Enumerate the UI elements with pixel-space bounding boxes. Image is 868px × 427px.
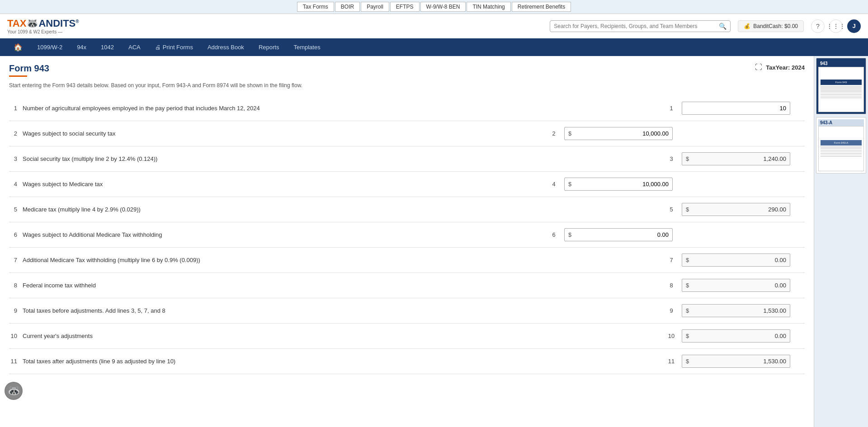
dollar-sign: $ xyxy=(686,155,689,162)
dollar-sign: $ xyxy=(686,358,689,365)
search-bar[interactable]: 🔍 xyxy=(550,20,731,32)
bandit-cash-btn[interactable]: 💰 BanditCash: $0.00 xyxy=(738,20,804,32)
expand-icon[interactable]: ⛶ xyxy=(755,63,762,71)
form-title: Form 943 xyxy=(9,63,49,74)
row2-input[interactable] xyxy=(573,130,669,137)
row-label: Total taxes after adjustments (line 9 as… xyxy=(23,358,665,365)
nav-retirement[interactable]: Retirement Benefits xyxy=(512,2,571,12)
table-row: 3 Social security tax (multiply line 2 b… xyxy=(9,146,805,172)
search-icon: 🔍 xyxy=(719,23,726,30)
nav-tin-matching[interactable]: TIN Matching xyxy=(467,2,510,12)
table-row: 11 Total taxes after adjustments (line 9… xyxy=(9,349,805,374)
nav-94x[interactable]: 94x xyxy=(71,39,93,55)
left-input-col-4: 4 $ xyxy=(547,178,683,191)
logo-tax: TAX xyxy=(7,18,26,29)
bandit-cash-label: BanditCash: $0.00 xyxy=(753,23,798,29)
table-row: 1 Number of agricultural employees emplo… xyxy=(9,96,805,121)
nav-eftps[interactable]: EFTPS xyxy=(390,2,420,12)
nav-1042[interactable]: 1042 xyxy=(94,39,120,55)
print-icon: 🖨 xyxy=(155,44,161,51)
apps-icon-btn[interactable]: ⋮⋮⋮ xyxy=(829,19,843,33)
nav-home[interactable]: 🏠 xyxy=(7,38,29,56)
nav-aca[interactable]: ACA xyxy=(122,39,147,55)
form-title-underline xyxy=(9,75,27,77)
right-col-11: 11 $ xyxy=(665,355,805,368)
col-num: 8 xyxy=(665,282,678,289)
row4-input[interactable] xyxy=(573,181,669,188)
row8-input[interactable] xyxy=(691,282,786,289)
col-num: 4 xyxy=(547,181,561,188)
left-input-col-6: 6 $ xyxy=(547,228,683,241)
row-number: 5 xyxy=(9,206,23,213)
row-number: 3 xyxy=(9,155,23,162)
dollar-sign: $ xyxy=(686,206,689,213)
row3-input[interactable] xyxy=(691,155,786,162)
nav-print-forms[interactable]: 🖨 Print Forms xyxy=(149,39,199,55)
computed-input-wrapper: $ xyxy=(682,152,790,165)
row1-input[interactable] xyxy=(682,102,790,115)
computed-input-wrapper: $ xyxy=(682,355,790,368)
form-subtitle: Start entering the Form 943 details belo… xyxy=(9,82,805,89)
row11-input[interactable] xyxy=(691,358,786,365)
right-col-10: 10 $ xyxy=(665,329,805,343)
dollar-sign: $ xyxy=(686,282,689,289)
panel-card-943[interactable]: 943 Form 943 xyxy=(816,58,866,114)
row6-input[interactable] xyxy=(573,231,669,238)
row-number: 1 xyxy=(9,105,23,112)
form-rows: 1 Number of agricultural employees emplo… xyxy=(9,96,805,374)
user-avatar[interactable]: J xyxy=(847,19,861,33)
table-row: 8 Federal income tax withheld 8 $ xyxy=(9,273,805,298)
logo-reg: ® xyxy=(75,19,79,24)
dollar-sign: $ xyxy=(686,307,689,314)
nav-print-label: Print Forms xyxy=(163,44,193,51)
col-num: 6 xyxy=(547,231,561,238)
tax-year-value: 2024 xyxy=(792,64,805,71)
search-input[interactable] xyxy=(554,23,719,29)
row-number: 10 xyxy=(9,333,23,339)
row10-input[interactable] xyxy=(691,333,786,339)
row-label: Wages subject to Additional Medicare Tax… xyxy=(23,231,547,238)
form-header: Form 943 ⛶ TaxYear: 2024 xyxy=(9,63,805,80)
nav-templates[interactable]: Templates xyxy=(287,39,326,55)
right-col-8: 8 $ xyxy=(665,279,805,292)
help-icon-btn[interactable]: ? xyxy=(811,19,825,33)
nav-boir[interactable]: BOIR xyxy=(335,2,360,12)
dollar-input-wrapper: $ xyxy=(564,127,673,140)
logo-bandits: ANDITS xyxy=(38,18,75,29)
bandit-cash-icon: 💰 xyxy=(744,23,750,29)
computed-input-wrapper: $ xyxy=(682,253,790,267)
table-row: 4 Wages subject to Medicare tax 4 $ xyxy=(9,172,805,197)
nav-reports[interactable]: Reports xyxy=(252,39,286,55)
row5-input[interactable] xyxy=(691,206,786,213)
row7-input[interactable] xyxy=(691,257,786,263)
row-number: 2 xyxy=(9,130,23,137)
row-number: 9 xyxy=(9,307,23,314)
main-content: Form 943 ⛶ TaxYear: 2024 Start entering … xyxy=(0,56,868,427)
nav-w9[interactable]: W-9/W-8 BEN xyxy=(420,2,466,12)
col-num: 11 xyxy=(665,358,678,365)
table-row: 5 Medicare tax (multiply line 4 by 2.9% … xyxy=(9,197,805,222)
secondary-navigation: 🏠 1099/W-2 94x 1042 ACA 🖨 Print Forms Ad… xyxy=(0,38,868,56)
row-label: Wages subject to Medicare tax xyxy=(23,181,547,188)
row9-input[interactable] xyxy=(691,307,786,314)
row-number: 7 xyxy=(9,257,23,263)
row-label: Medicare tax (multiply line 4 by 2.9% (0… xyxy=(23,206,665,213)
col-num: 1 xyxy=(665,105,678,112)
nav-address-book[interactable]: Address Book xyxy=(201,39,250,55)
panel-card-943a-label: 943-A xyxy=(818,119,864,126)
header: TAX🦝ANDITS® Your 1099 & W2 Experts — 🔍 💰… xyxy=(0,14,868,38)
dollar-sign: $ xyxy=(568,231,571,238)
nav-tax-forms[interactable]: Tax Forms xyxy=(297,2,334,12)
nav-1099[interactable]: 1099/W-2 xyxy=(31,39,69,55)
panel-card-943a-preview: Form 943-A xyxy=(818,126,864,171)
header-icons: ? ⋮⋮⋮ J xyxy=(811,19,861,33)
panel-card-943a[interactable]: 943-A Form 943-A xyxy=(816,117,866,174)
nav-payroll[interactable]: Payroll xyxy=(361,2,389,12)
col-num: 10 xyxy=(665,333,678,339)
right-col-1: 1 xyxy=(665,102,805,115)
dollar-sign: $ xyxy=(686,257,689,263)
row-label: Federal income tax withheld xyxy=(23,282,665,289)
row-label: Additional Medicare Tax withholding (mul… xyxy=(23,257,665,263)
row-label: Total taxes before adjustments. Add line… xyxy=(23,307,665,314)
table-row: 10 Current year's adjustments 10 $ xyxy=(9,324,805,349)
